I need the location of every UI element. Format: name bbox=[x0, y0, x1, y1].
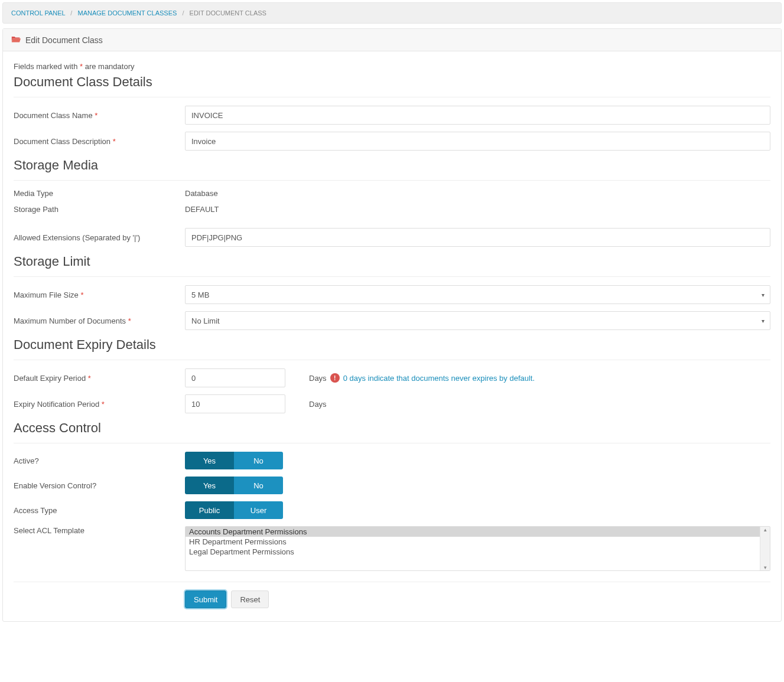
rule bbox=[14, 582, 770, 582]
scroll-down-icon[interactable]: ▾ bbox=[764, 564, 767, 570]
label-class-name: Document Class Name * bbox=[14, 111, 185, 120]
label-default-expiry: Default Expiry Period * bbox=[14, 374, 185, 383]
section-heading-storage-limit: Storage Limit bbox=[14, 254, 770, 269]
panel-title: Edit Document Class bbox=[25, 35, 103, 45]
reset-button[interactable]: Reset bbox=[231, 590, 269, 608]
label-max-file-size: Maximum File Size * bbox=[14, 291, 185, 299]
label-acl-template: Select ACL Template bbox=[14, 526, 185, 535]
document-class-description-input[interactable] bbox=[185, 132, 770, 151]
folder-open-icon bbox=[11, 35, 21, 45]
expiry-notify-input[interactable] bbox=[185, 394, 285, 413]
label-class-desc: Document Class Description * bbox=[14, 137, 185, 146]
label-max-num-docs: Maximum Number of Documents * bbox=[14, 316, 185, 325]
default-expiry-input[interactable] bbox=[185, 368, 285, 387]
section-heading-storage-media: Storage Media bbox=[14, 158, 770, 173]
label-media-type: Media Type bbox=[14, 189, 185, 198]
label-storage-path: Storage Path bbox=[14, 205, 185, 214]
access-public[interactable]: Public bbox=[185, 501, 234, 519]
edit-document-class-panel: Edit Document Class Fields marked with *… bbox=[2, 28, 782, 622]
section-heading-access: Access Control bbox=[14, 420, 770, 436]
section-heading-expiry: Document Expiry Details bbox=[14, 337, 770, 353]
label-active: Active? bbox=[14, 456, 185, 465]
submit-button[interactable]: Submit bbox=[185, 590, 226, 608]
section-heading-details: Document Class Details bbox=[14, 74, 770, 90]
days-unit: Days bbox=[309, 374, 327, 383]
active-yes[interactable]: Yes bbox=[185, 452, 234, 469]
scroll-up-icon[interactable]: ▴ bbox=[764, 527, 767, 533]
breadcrumb-link-control-panel[interactable]: CONTROL PANEL bbox=[11, 9, 65, 17]
breadcrumb-separator: / bbox=[67, 9, 76, 17]
max-file-size-select[interactable]: 5 MB bbox=[185, 285, 770, 304]
expiry-hint: 0 days indicate that documents never exp… bbox=[343, 374, 535, 383]
version-no[interactable]: No bbox=[234, 477, 283, 494]
breadcrumb-link-manage-classes[interactable]: MANAGE DOCUMENT CLASSES bbox=[77, 9, 177, 17]
acl-option[interactable]: Legal Department Permissions bbox=[186, 547, 770, 557]
rule bbox=[14, 276, 770, 277]
breadcrumb-current: EDIT DOCUMENT CLASS bbox=[190, 9, 266, 17]
rule bbox=[14, 97, 770, 97]
label-expiry-notify: Expiry Notification Period * bbox=[14, 400, 185, 409]
version-control-toggle: Yes No bbox=[185, 477, 283, 494]
acl-option[interactable]: HR Department Permissions bbox=[186, 537, 770, 547]
storage-path-value: DEFAULT bbox=[185, 205, 219, 214]
rule bbox=[14, 360, 770, 360]
scrollbar[interactable]: ▴ ▾ bbox=[760, 527, 770, 570]
active-toggle: Yes No bbox=[185, 452, 283, 469]
days-unit: Days bbox=[309, 400, 327, 409]
document-class-name-input[interactable] bbox=[185, 106, 770, 125]
info-icon: ! bbox=[330, 373, 340, 383]
active-no[interactable]: No bbox=[234, 452, 283, 469]
label-allowed-extensions: Allowed Extensions (Separated by '|') bbox=[14, 233, 185, 242]
access-user[interactable]: User bbox=[234, 501, 283, 519]
breadcrumb-separator: / bbox=[178, 9, 187, 17]
acl-template-listbox[interactable]: Accounts Department PermissionsHR Depart… bbox=[185, 526, 770, 571]
panel-heading: Edit Document Class bbox=[3, 29, 781, 51]
mandatory-note: Fields marked with * are mandatory bbox=[14, 62, 770, 71]
breadcrumb: CONTROL PANEL / MANAGE DOCUMENT CLASSES … bbox=[2, 2, 782, 24]
access-type-toggle: Public User bbox=[185, 501, 283, 519]
allowed-extensions-input[interactable] bbox=[185, 228, 770, 247]
label-version-control: Enable Version Control? bbox=[14, 481, 185, 490]
version-yes[interactable]: Yes bbox=[185, 477, 234, 494]
max-num-docs-select[interactable]: No Limit bbox=[185, 311, 770, 330]
acl-option[interactable]: Accounts Department Permissions bbox=[186, 527, 770, 537]
media-type-value: Database bbox=[185, 189, 218, 198]
rule bbox=[14, 180, 770, 181]
rule bbox=[14, 443, 770, 443]
label-access-type: Access Type bbox=[14, 506, 185, 515]
